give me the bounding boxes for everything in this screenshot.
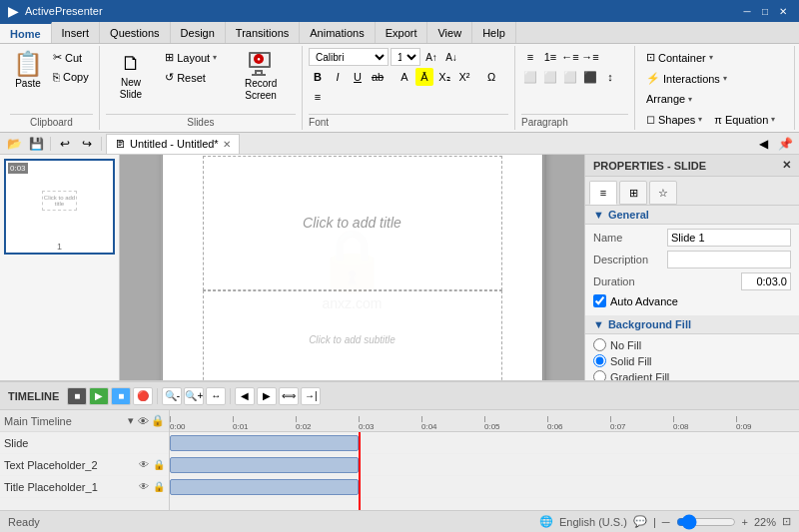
superscript-btn[interactable]: X² (455, 68, 473, 86)
panel-pin-btn[interactable]: 📌 (775, 135, 795, 153)
timeline-zoom-in-btn[interactable]: 🔍+ (184, 387, 204, 405)
bg-fill-section-header[interactable]: ▼ Background Fill (585, 315, 799, 334)
title-bar-controls[interactable]: ─ □ ✕ (739, 4, 791, 18)
line-spacing-btn[interactable]: ↕ (601, 68, 619, 86)
tab-home[interactable]: Home (0, 22, 52, 43)
duration-input[interactable] (741, 272, 791, 290)
cut-button[interactable]: ✂ Cut (48, 48, 94, 67)
layout-button[interactable]: ⊞ Layout ▾ (160, 48, 222, 67)
no-fill-radio[interactable] (593, 338, 606, 351)
track-lock-icon-2[interactable]: 🔒 (153, 481, 165, 492)
zoom-out-icon[interactable]: ─ (662, 516, 670, 528)
minimize-btn[interactable]: ─ (739, 4, 755, 18)
timeline-play-btn[interactable]: ▶ (89, 387, 109, 405)
tab-export[interactable]: Export (376, 22, 428, 43)
equation-btn[interactable]: π Equation ▾ (709, 111, 780, 129)
copy-button[interactable]: ⎘ Copy (48, 68, 94, 86)
tab-design[interactable]: Design (171, 22, 226, 43)
strikethrough-btn[interactable]: ab (369, 68, 387, 86)
numbered-list-btn[interactable]: 1≡ (541, 48, 559, 66)
close-btn[interactable]: ✕ (775, 4, 791, 18)
zoom-in-icon[interactable]: + (742, 516, 748, 528)
subtitle-placeholder[interactable]: Click to add subtitle (203, 290, 502, 381)
timeline-expand-btn[interactable]: ⟺ (279, 387, 299, 405)
align-left-btn[interactable]: ⬜ (521, 68, 539, 86)
title-placeholder[interactable]: Click to add title (203, 156, 502, 290)
title-placeholder-block[interactable] (170, 479, 359, 495)
timeline-marker[interactable] (359, 432, 361, 510)
char-spacing-btn[interactable]: ≡ (309, 88, 327, 106)
tab-help[interactable]: Help (472, 22, 516, 43)
increase-indent-btn[interactable]: →≡ (581, 48, 599, 66)
container-btn[interactable]: ⊡ Container ▾ (641, 48, 718, 67)
zoom-slider[interactable] (676, 514, 736, 530)
tab-questions[interactable]: Questions (100, 22, 171, 43)
fit-page-icon[interactable]: ⊡ (782, 515, 791, 528)
new-slide-button[interactable]: 🗋 New Slide (106, 48, 156, 105)
special-char-btn[interactable]: Ω (482, 68, 500, 86)
solid-fill-radio[interactable] (593, 354, 606, 367)
italic-btn[interactable]: I (329, 68, 347, 86)
timeline-blue-btn[interactable]: ■ (111, 387, 131, 405)
general-section-header[interactable]: ▼ General (585, 206, 799, 225)
shapes-btn[interactable]: ◻ Shapes ▾ (641, 110, 707, 129)
align-justify-btn[interactable]: ⬛ (581, 68, 599, 86)
align-right-btn[interactable]: ⬜ (561, 68, 579, 86)
open-btn[interactable]: 📂 (4, 135, 24, 153)
slide-thumbnail-1[interactable]: 0:03 Click to add title 1 (4, 159, 115, 255)
paste-button[interactable]: 📋 Paste (10, 48, 46, 94)
save-btn[interactable]: 💾 (26, 135, 46, 153)
track-eye-icon[interactable]: 👁 (138, 415, 149, 427)
tab-insert[interactable]: Insert (52, 22, 101, 43)
tab-transitions[interactable]: Transitions (226, 22, 300, 43)
panel-toggle-btn[interactable]: ◀ (753, 135, 773, 153)
increase-font-btn[interactable]: A↑ (422, 48, 440, 66)
prop-tab-slide[interactable]: ≡ (589, 181, 617, 205)
track-lock-icon[interactable]: 🔒 (151, 414, 165, 427)
gradient-fill-radio[interactable] (593, 370, 606, 380)
undo-btn[interactable]: ↩ (55, 135, 75, 153)
document-tab[interactable]: 🖹 Untitled - Untitled* ✕ (106, 134, 240, 154)
timeline-move-right-btn[interactable]: ▶ (257, 387, 277, 405)
tab-animations[interactable]: Animations (300, 22, 375, 43)
slide-canvas[interactable]: Click to add title Click to add subtitle… (163, 155, 542, 380)
highlight-btn[interactable]: Ā (415, 68, 433, 86)
text-placeholder-block[interactable] (170, 457, 359, 473)
reset-button[interactable]: ↺ Reset (160, 68, 222, 87)
track-eye-icon-2[interactable]: 👁 (139, 481, 149, 492)
underline-btn[interactable]: U (349, 68, 367, 86)
track-dropdown-arrow[interactable]: ▾ (128, 414, 134, 427)
track-lock-icon-1[interactable]: 🔒 (153, 459, 165, 470)
timeline-move-left-btn[interactable]: ◀ (235, 387, 255, 405)
prop-tab-accessibility[interactable]: ☆ (649, 181, 677, 205)
desc-input[interactable] (667, 251, 791, 268)
decrease-indent-btn[interactable]: ←≡ (561, 48, 579, 66)
slide-block[interactable] (170, 435, 359, 451)
bullet-list-btn[interactable]: ≡ (521, 48, 539, 66)
font-name-dropdown[interactable]: Calibri (309, 48, 389, 66)
decrease-font-btn[interactable]: A↓ (442, 48, 460, 66)
timeline-stop-btn[interactable]: ■ (67, 387, 87, 405)
timeline-record-btn[interactable]: 🔴 (133, 387, 153, 405)
timeline-shrink-btn[interactable]: →| (301, 387, 321, 405)
canvas-area[interactable]: Click to add title Click to add subtitle… (120, 155, 584, 380)
name-input[interactable] (667, 229, 791, 247)
align-center-btn[interactable]: ⬜ (541, 68, 559, 86)
redo-btn[interactable]: ↪ (77, 135, 97, 153)
font-color-btn[interactable]: A (396, 68, 413, 86)
bold-btn[interactable]: B (309, 68, 327, 86)
tab-view[interactable]: View (427, 22, 472, 43)
interactions-btn[interactable]: ⚡ Interactions ▾ (641, 69, 732, 88)
doc-tab-close-btn[interactable]: ✕ (223, 139, 231, 150)
auto-advance-checkbox[interactable] (593, 294, 606, 307)
arrange-btn[interactable]: Arrange ▾ (641, 90, 697, 108)
font-size-dropdown[interactable]: 11 (391, 48, 420, 66)
timeline-fit-btn[interactable]: ↔ (206, 387, 226, 405)
maximize-btn[interactable]: □ (757, 4, 773, 18)
subscript-btn[interactable]: X₂ (435, 68, 453, 86)
record-screen-button[interactable]: ● Record Screen (226, 48, 296, 106)
track-eye-icon-1[interactable]: 👁 (139, 459, 149, 470)
properties-close-btn[interactable]: ✕ (782, 159, 791, 172)
timeline-zoom-out-btn[interactable]: 🔍- (162, 387, 182, 405)
prop-tab-animation[interactable]: ⊞ (619, 181, 647, 205)
